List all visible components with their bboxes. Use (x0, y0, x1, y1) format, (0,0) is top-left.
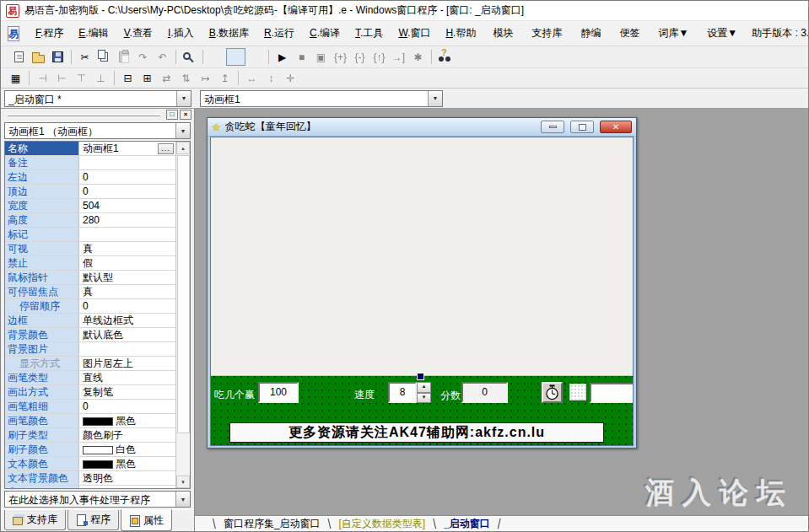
menu-item-7[interactable]: T.工具 (348, 24, 391, 43)
document-tab-0[interactable]: 窗口程序集_启动窗口 (222, 517, 322, 531)
property-value[interactable] (79, 228, 175, 241)
property-label[interactable]: 刷子颜色 (5, 443, 79, 456)
center-vertical-icon[interactable]: ⊞ (138, 69, 157, 87)
property-value[interactable]: 图片居左上 (79, 357, 175, 370)
ellipsis-button[interactable]: ... (158, 143, 174, 154)
property-label[interactable]: 禁止 (5, 256, 79, 270)
property-value[interactable]: 0 (79, 400, 175, 413)
promo-banner-label[interactable]: 更多资源请关注AK47辅助网:akfz.cn.lu (229, 422, 604, 443)
property-value[interactable]: 假 (79, 256, 175, 270)
help-find-icon[interactable] (435, 48, 455, 66)
property-label[interactable]: 边框 (5, 314, 79, 327)
animation-frame-control[interactable] (211, 137, 633, 376)
open-file-icon[interactable] (29, 48, 48, 66)
property-value[interactable]: 白色 (79, 443, 175, 456)
panel-float-button[interactable]: □ (166, 110, 178, 120)
property-label[interactable]: 顶边 (5, 185, 79, 198)
panel-tab-2[interactable]: 属性 (121, 509, 172, 531)
panel-close-button[interactable]: × (180, 110, 191, 120)
menu-item-6[interactable]: C.编译 (302, 24, 348, 43)
property-label[interactable]: 鼠标指针 (5, 271, 79, 284)
property-value[interactable]: 单线边框式 (79, 314, 175, 327)
property-label[interactable]: 背景图片 (5, 342, 79, 356)
chevron-down-icon[interactable]: ▼ (175, 492, 190, 507)
property-value[interactable]: 复制笔 (79, 385, 175, 399)
property-label[interactable]: 背景颜色 (5, 328, 79, 341)
speed-edit[interactable]: 8 (388, 382, 417, 403)
spinner-up-icon[interactable]: ▲ (417, 382, 431, 393)
property-value[interactable]: 默认底色 (79, 328, 175, 341)
layout-left-icon[interactable] (207, 48, 226, 66)
eat-count-edit[interactable]: 100 (258, 382, 299, 403)
chevron-down-icon[interactable]: ▼ (175, 123, 190, 138)
property-label[interactable]: 刷子类型 (5, 428, 79, 442)
form-close-button[interactable]: ✕ (600, 121, 632, 133)
menu-extra-2[interactable]: 静编 (571, 24, 610, 43)
property-object-combo[interactable]: 动画框1 （动画框） ▼ (4, 122, 191, 139)
property-label[interactable]: 名称 (5, 142, 79, 155)
layout-bottom-icon[interactable] (245, 48, 265, 66)
property-label[interactable]: 画笔颜色 (5, 414, 79, 427)
scroll-down-icon[interactable]: ▼ (176, 476, 190, 488)
property-label[interactable]: 显示方式 (5, 357, 79, 370)
panel-tab-0[interactable]: 支持库 (4, 510, 66, 530)
speed-label[interactable]: 速度 (354, 388, 375, 402)
menu-extra-3[interactable]: 便签 (610, 24, 649, 43)
property-value[interactable]: 黑色 (79, 457, 175, 470)
spinner-down-icon[interactable]: ▼ (417, 393, 431, 404)
property-value[interactable]: 直线 (79, 371, 175, 384)
new-file-icon[interactable] (9, 48, 29, 66)
property-value[interactable] (79, 342, 175, 356)
menu-extra-1[interactable]: 支持库 (522, 24, 571, 43)
save-icon[interactable] (48, 48, 67, 66)
property-label[interactable]: 宽度 (5, 199, 79, 212)
score-edit[interactable]: 0 (461, 382, 508, 403)
event-handler-combo[interactable]: 在此处选择加入事件处理子程序 ▼ (4, 491, 191, 508)
property-label[interactable]: 画笔类型 (5, 371, 79, 384)
property-value[interactable]: 透明色 (79, 471, 175, 485)
menu-item-1[interactable]: E.编辑 (71, 24, 116, 43)
menu-item-0[interactable]: F.程序 (28, 24, 71, 43)
menu-item-5[interactable]: R.运行 (256, 24, 302, 43)
control-selector-combo[interactable]: 动画框1 ▼ (200, 90, 443, 107)
menu-item-4[interactable]: B.数据库 (202, 24, 256, 43)
property-label[interactable]: 可视 (5, 242, 79, 255)
layout-top-icon[interactable] (226, 48, 245, 66)
property-value[interactable]: 黑色 (79, 414, 175, 427)
selection-handle[interactable] (417, 373, 424, 380)
copy-icon[interactable] (94, 48, 114, 66)
property-value[interactable]: 504 (79, 199, 175, 212)
document-tab-1[interactable]: [自定义数据类型表] (337, 517, 427, 531)
chevron-down-icon[interactable]: ▼ (428, 91, 442, 106)
property-value[interactable]: 默认型 (79, 271, 175, 284)
picture-box-control[interactable] (569, 384, 586, 400)
property-value[interactable]: 0 (79, 170, 175, 184)
panel-grip[interactable] (8, 114, 160, 116)
right-edit-control[interactable] (590, 383, 634, 403)
property-label[interactable]: 左边 (5, 170, 79, 184)
form-grid-icon[interactable]: ▦ (6, 69, 25, 87)
document-tab-2[interactable]: _启动窗口 (442, 517, 492, 531)
form-selector-combo[interactable]: _启动窗口 * ▼ (4, 90, 191, 107)
property-label[interactable]: 停留顺序 (5, 299, 79, 313)
property-value[interactable]: 真 (79, 285, 175, 298)
property-value[interactable]: 真 (79, 242, 175, 255)
property-value[interactable] (79, 156, 175, 169)
speed-spinner[interactable]: ▲ ▼ (417, 382, 431, 403)
menu-extra-0[interactable]: 模块 (483, 24, 522, 43)
property-value[interactable]: 0 (79, 185, 175, 198)
property-value[interactable]: 280 (79, 213, 175, 227)
panel-tab-1[interactable]: 程序 (67, 510, 119, 530)
property-value[interactable]: 0 (79, 299, 175, 313)
find-icon[interactable] (180, 48, 199, 66)
scroll-up-icon[interactable]: ▲ (176, 142, 190, 154)
menu-item-2[interactable]: V.查看 (116, 24, 160, 43)
cut-icon[interactable]: ✂ (75, 48, 94, 66)
menu-extra-5[interactable]: 设置▼ (698, 24, 747, 43)
property-label[interactable]: 高度 (5, 213, 79, 227)
property-label[interactable]: 备注 (5, 156, 79, 169)
menu-item-8[interactable]: W.窗口 (391, 24, 438, 43)
menu-item-9[interactable]: H.帮助 (438, 24, 483, 43)
center-horizontal-icon[interactable]: ⊟ (118, 69, 138, 87)
property-value[interactable]: 颜色刷子 (79, 428, 175, 442)
